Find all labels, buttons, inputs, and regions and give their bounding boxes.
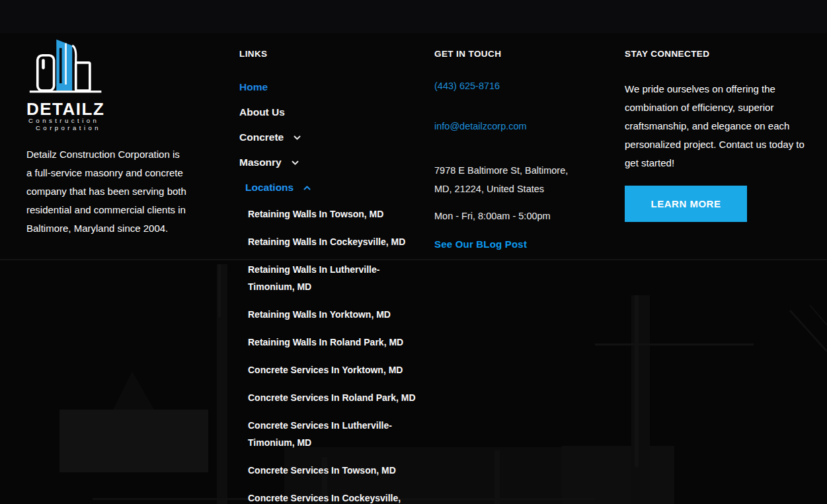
location-link[interactable]: Retaining Walls In Roland Park, MD — [248, 337, 403, 347]
email-link[interactable]: info@detailzcorp.com — [434, 121, 616, 131]
chevron-up-icon[interactable] — [303, 184, 311, 192]
branding-column: DETAILZ Construction Corporation Detailz… — [26, 38, 226, 131]
logo-subtitle-line2: Corporation — [36, 125, 126, 132]
location-link[interactable]: Retaining Walls In Yorktown, MD — [248, 309, 391, 320]
top-section-edge — [0, 0, 827, 33]
about-us-link[interactable]: About Us — [239, 106, 285, 118]
location-link[interactable]: Concrete Services In Roland Park, MD — [248, 392, 416, 403]
site-footer: DETAILZ Construction Corporation Detailz… — [0, 0, 827, 504]
contact-heading: GET IN TOUCH — [434, 49, 616, 59]
address-text: 7978 E Baltimore St, Baltimore, MD, 2122… — [434, 162, 616, 198]
location-link-item[interactable]: Concrete Services In Roland Park, MD — [239, 384, 416, 412]
location-link[interactable]: Retaining Walls In Cockeysville, MD — [248, 236, 405, 247]
company-description: Detailz Construction Corporation is a fu… — [26, 145, 186, 238]
stay-connected-heading: STAY CONNECTED — [625, 49, 810, 59]
home-link[interactable]: Home — [239, 81, 268, 93]
contact-column: GET IN TOUCH (443) 625-8716 info@detailz… — [434, 49, 616, 250]
stay-connected-column: STAY CONNECTED We pride ourselves on off… — [625, 49, 810, 222]
location-link[interactable]: Retaining Walls In Lutherville-Timonium,… — [248, 264, 379, 292]
buildings-logo-icon — [29, 38, 103, 99]
location-link[interactable]: Concrete Services In Lutherville-Timoniu… — [248, 420, 392, 448]
chevron-down-icon[interactable] — [291, 159, 299, 167]
location-link-item[interactable]: Retaining Walls In Towson, MD — [239, 200, 416, 228]
locations-submenu: Retaining Walls In Towson, MD Retaining … — [239, 200, 416, 504]
links-column: LINKS Home About Us Concrete Masonry Loc… — [239, 49, 424, 504]
location-link[interactable]: Retaining Walls In Towson, MD — [248, 209, 383, 219]
location-link-item[interactable]: Concrete Services In Yorktown, MD — [239, 356, 416, 384]
stay-connected-text: We pride ourselves on offering the combi… — [625, 80, 807, 172]
company-logo[interactable]: DETAILZ Construction Corporation — [26, 38, 126, 131]
location-link-item[interactable]: Retaining Walls In Roland Park, MD — [239, 328, 416, 356]
nav-item-locations[interactable]: Locations — [239, 175, 424, 200]
nav-item-home[interactable]: Home — [239, 75, 424, 100]
masonry-link[interactable]: Masonry — [239, 157, 282, 168]
location-link[interactable]: Concrete Services In Towson, MD — [248, 465, 396, 476]
locations-link[interactable]: Locations — [245, 182, 294, 194]
business-hours: Mon - Fri, 8:00am - 5:00pm — [434, 211, 616, 221]
phone-link[interactable]: (443) 625-8716 — [434, 81, 616, 91]
chevron-down-icon[interactable] — [293, 133, 301, 142]
address-line2: MD, 21224, United States — [434, 184, 544, 194]
location-link-item[interactable]: Retaining Walls In Yorktown, MD — [239, 301, 416, 328]
nav-item-concrete[interactable]: Concrete — [239, 125, 424, 150]
logo-subtitle-line1: Construction — [28, 118, 126, 125]
concrete-link[interactable]: Concrete — [239, 131, 284, 143]
location-link-item[interactable]: Concrete Services In Towson, MD — [239, 456, 416, 484]
location-link-item[interactable]: Retaining Walls In Cockeysville, MD — [239, 228, 416, 256]
nav-item-about-us[interactable]: About Us — [239, 100, 424, 125]
learn-more-button[interactable]: LEARN MORE — [625, 186, 747, 222]
location-link-item[interactable]: Retaining Walls In Lutherville-Timonium,… — [239, 256, 416, 301]
address-line1: 7978 E Baltimore St, Baltimore, — [434, 165, 568, 176]
logo-wordmark: DETAILZ — [26, 100, 126, 118]
location-link[interactable]: Concrete Services In Yorktown, MD — [248, 365, 403, 375]
location-link-item[interactable]: Concrete Services In Cockeysville, MD — [239, 484, 416, 504]
footer-nav: Home About Us Concrete Masonry Locations — [239, 75, 424, 200]
links-heading: LINKS — [239, 49, 424, 59]
blog-post-link[interactable]: See Our BLog Post — [434, 238, 616, 250]
location-link-item[interactable]: Concrete Services In Lutherville-Timoniu… — [239, 412, 416, 456]
nav-item-masonry[interactable]: Masonry — [239, 150, 424, 175]
location-link[interactable]: Concrete Services In Cockeysville, MD — [248, 493, 401, 504]
